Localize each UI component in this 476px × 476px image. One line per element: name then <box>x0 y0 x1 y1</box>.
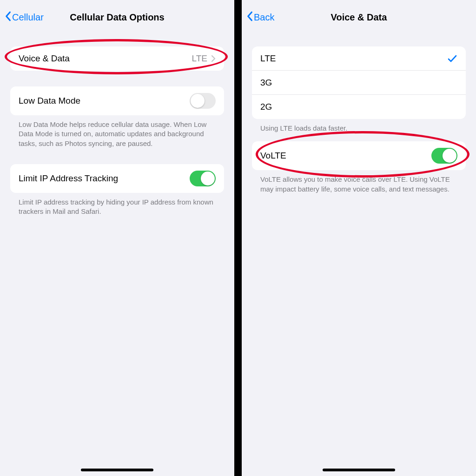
nav-back-label: Back <box>254 12 274 23</box>
row-label: Limit IP Address Tracking <box>19 173 118 184</box>
group-network-options: LTE 3G 2G Using LTE loads data faster. <box>252 46 466 133</box>
row-label: LTE <box>260 53 276 64</box>
row-label: 3G <box>260 78 272 88</box>
navbar: Cellular Cellular Data Options <box>0 4 234 31</box>
navbar: Back Voice & Data <box>242 4 476 31</box>
row-volte[interactable]: VoLTE <box>252 141 466 170</box>
nav-back-button[interactable]: Back <box>246 11 274 24</box>
content-area: Voice & Data LTE Low Data Mode Low Data <box>0 31 234 216</box>
row-label: 2G <box>260 102 272 112</box>
image-divider <box>234 0 242 476</box>
toggle-volte[interactable] <box>431 148 457 164</box>
footnote-limit-ip: Limit IP address tracking by hiding your… <box>10 193 224 217</box>
row-low-data-mode[interactable]: Low Data Mode <box>10 86 224 115</box>
row-option-3g[interactable]: 3G <box>252 71 466 95</box>
chevron-left-icon <box>246 11 253 24</box>
footnote-volte: VoLTE allows you to make voice calls ove… <box>252 170 466 194</box>
screen-cellular-data-options: Cellular Cellular Data Options Voice & D… <box>0 0 234 476</box>
group-volte: VoLTE VoLTE allows you to make voice cal… <box>252 141 466 194</box>
footnote-network-options: Using LTE loads data faster. <box>252 119 466 133</box>
group-limit-ip-tracking: Limit IP Address Tracking Limit IP addre… <box>10 164 224 217</box>
row-label: VoLTE <box>260 151 286 161</box>
row-limit-ip-tracking[interactable]: Limit IP Address Tracking <box>10 164 224 193</box>
nav-back-label: Cellular <box>12 12 44 23</box>
footnote-low-data: Low Data Mode helps reduce cellular data… <box>10 115 224 148</box>
row-label: Low Data Mode <box>19 96 80 106</box>
checkmark-icon <box>447 53 457 64</box>
row-label: Voice & Data <box>19 53 70 64</box>
row-value: LTE <box>192 53 207 64</box>
home-indicator[interactable] <box>323 469 395 471</box>
nav-back-button[interactable]: Cellular <box>5 11 44 24</box>
page-title: Voice & Data <box>242 12 476 23</box>
chevron-left-icon <box>5 11 11 24</box>
group-voice-data: Voice & Data LTE <box>10 46 224 71</box>
home-indicator[interactable] <box>81 469 153 471</box>
group-low-data-mode: Low Data Mode Low Data Mode helps reduce… <box>10 86 224 148</box>
chevron-right-icon <box>211 55 216 62</box>
toggle-limit-ip-tracking[interactable] <box>190 171 216 186</box>
row-option-2g[interactable]: 2G <box>252 95 466 119</box>
row-voice-and-data[interactable]: Voice & Data LTE <box>10 46 224 71</box>
toggle-low-data-mode[interactable] <box>190 93 216 109</box>
row-option-lte[interactable]: LTE <box>252 46 466 71</box>
content-area: LTE 3G 2G Using LTE loads data faster. V… <box>242 31 476 194</box>
screen-voice-and-data: Back Voice & Data LTE 3G 2G Using LTE l <box>242 0 476 476</box>
